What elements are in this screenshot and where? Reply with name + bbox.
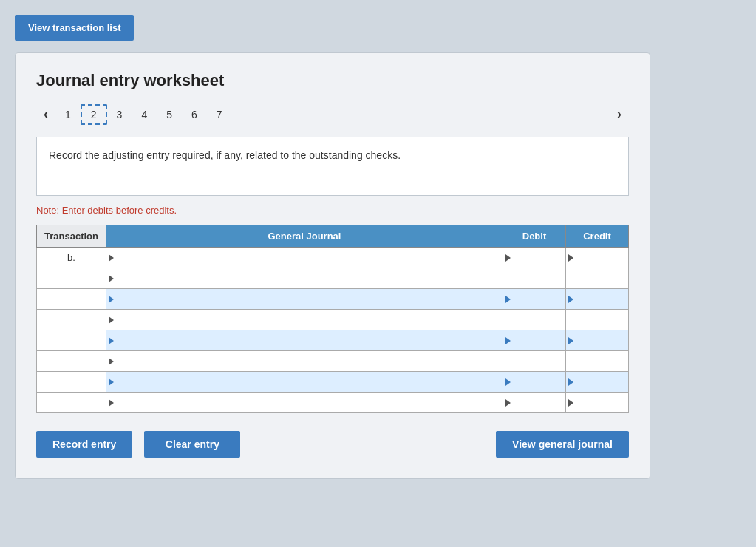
journal-input[interactable] xyxy=(106,268,503,288)
view-transaction-button[interactable]: View transaction list xyxy=(15,15,134,41)
table-header-row: Transaction General Journal Debit Credit xyxy=(37,225,629,248)
debit-input[interactable] xyxy=(503,289,565,309)
credit-input-cell[interactable] xyxy=(566,310,629,330)
credit-input-cell[interactable] xyxy=(566,289,629,310)
arrow-indicator xyxy=(505,337,511,344)
debit-input-cell[interactable] xyxy=(503,372,566,393)
credit-input-cell[interactable] xyxy=(566,248,629,268)
pagination: ‹ 1 2 3 4 5 6 7 › xyxy=(36,103,629,125)
next-page-button[interactable]: › xyxy=(610,103,629,125)
credit-input-cell[interactable] xyxy=(566,351,629,372)
debit-input-cell[interactable] xyxy=(503,248,566,268)
table-row xyxy=(37,330,629,351)
journal-input-cell[interactable] xyxy=(106,289,503,310)
debit-input-cell[interactable] xyxy=(503,393,566,413)
debit-input[interactable] xyxy=(503,330,565,350)
transaction-cell xyxy=(37,393,106,413)
journal-input[interactable] xyxy=(106,393,503,412)
arrow-indicator xyxy=(568,337,573,344)
table-row xyxy=(37,289,629,310)
table-row xyxy=(37,310,629,330)
table-row xyxy=(37,372,629,393)
journal-input[interactable] xyxy=(106,310,503,330)
arrow-indicator xyxy=(505,254,511,262)
journal-input-cell[interactable] xyxy=(106,330,503,351)
transaction-cell xyxy=(37,289,106,310)
arrow-indicator xyxy=(109,337,114,344)
worksheet-container: Journal entry worksheet ‹ 1 2 3 4 5 6 7 … xyxy=(15,52,650,479)
arrow-indicator xyxy=(109,399,114,407)
transaction-cell xyxy=(37,351,106,372)
clear-entry-button[interactable]: Clear entry xyxy=(144,431,240,458)
journal-input-cell[interactable] xyxy=(106,372,503,393)
arrow-indicator xyxy=(568,378,573,386)
debit-input-cell[interactable] xyxy=(503,268,566,289)
header-debit: Debit xyxy=(503,225,566,248)
arrow-indicator xyxy=(505,399,511,407)
page-1-button[interactable]: 1 xyxy=(55,105,81,124)
transaction-cell: b. xyxy=(37,248,106,268)
arrow-indicator xyxy=(109,378,114,386)
table-row xyxy=(37,351,629,372)
debit-input[interactable] xyxy=(503,248,565,268)
transaction-cell xyxy=(37,268,106,289)
top-bar: View transaction list xyxy=(15,15,741,41)
header-transaction: Transaction xyxy=(37,225,106,248)
arrow-indicator xyxy=(109,296,114,303)
journal-input-cell[interactable] xyxy=(106,310,503,330)
credit-input-cell[interactable] xyxy=(566,372,629,393)
arrow-indicator xyxy=(109,254,114,262)
note-text: Note: Enter debits before credits. xyxy=(36,205,629,216)
page-4-button[interactable]: 4 xyxy=(132,105,157,124)
debit-input-cell[interactable] xyxy=(503,351,566,372)
worksheet-title: Journal entry worksheet xyxy=(36,71,629,90)
journal-input[interactable] xyxy=(106,248,503,268)
journal-input[interactable] xyxy=(106,351,503,371)
header-general-journal: General Journal xyxy=(106,225,503,248)
instruction-box: Record the adjusting entry required, if … xyxy=(36,137,629,196)
arrow-indicator xyxy=(109,358,114,365)
journal-input[interactable] xyxy=(106,330,503,350)
journal-input-cell[interactable] xyxy=(106,393,503,413)
credit-input-cell[interactable] xyxy=(566,330,629,351)
page-7-button[interactable]: 7 xyxy=(207,105,232,124)
credit-input[interactable] xyxy=(566,248,628,268)
prev-page-button[interactable]: ‹ xyxy=(36,103,55,125)
credit-input-cell[interactable] xyxy=(566,268,629,289)
journal-input-cell[interactable] xyxy=(106,248,503,268)
journal-input[interactable] xyxy=(106,372,503,392)
table-row: b. xyxy=(37,248,629,268)
arrow-indicator xyxy=(568,399,573,407)
table-row xyxy=(37,268,629,289)
transaction-cell xyxy=(37,330,106,351)
header-credit: Credit xyxy=(566,225,629,248)
table-row xyxy=(37,393,629,413)
page-3-button[interactable]: 3 xyxy=(107,105,132,124)
transaction-cell xyxy=(37,310,106,330)
page-2-button[interactable]: 2 xyxy=(81,104,107,125)
record-entry-button[interactable]: Record entry xyxy=(36,431,132,458)
journal-input-cell[interactable] xyxy=(106,268,503,289)
arrow-indicator xyxy=(568,296,573,303)
buttons-row: Record entry Clear entry View general jo… xyxy=(36,431,629,458)
page-5-button[interactable]: 5 xyxy=(157,105,182,124)
arrow-indicator xyxy=(568,254,573,262)
journal-input-cell[interactable] xyxy=(106,351,503,372)
credit-input[interactable] xyxy=(566,372,628,392)
debit-input-cell[interactable] xyxy=(503,330,566,351)
credit-input-cell[interactable] xyxy=(566,393,629,413)
credit-input[interactable] xyxy=(566,289,628,309)
arrow-indicator xyxy=(109,275,114,282)
credit-input[interactable] xyxy=(566,330,628,350)
view-general-journal-button[interactable]: View general journal xyxy=(496,431,629,458)
page-6-button[interactable]: 6 xyxy=(182,105,207,124)
journal-table: Transaction General Journal Debit Credit… xyxy=(36,225,629,413)
journal-input[interactable] xyxy=(106,289,503,309)
instruction-text: Record the adjusting entry required, if … xyxy=(49,149,401,161)
debit-input[interactable] xyxy=(503,372,565,392)
debit-input-cell[interactable] xyxy=(503,310,566,330)
arrow-indicator xyxy=(109,316,114,324)
table-wrapper: Transaction General Journal Debit Credit… xyxy=(36,225,629,413)
debit-input-cell[interactable] xyxy=(503,289,566,310)
arrow-indicator xyxy=(505,378,511,386)
